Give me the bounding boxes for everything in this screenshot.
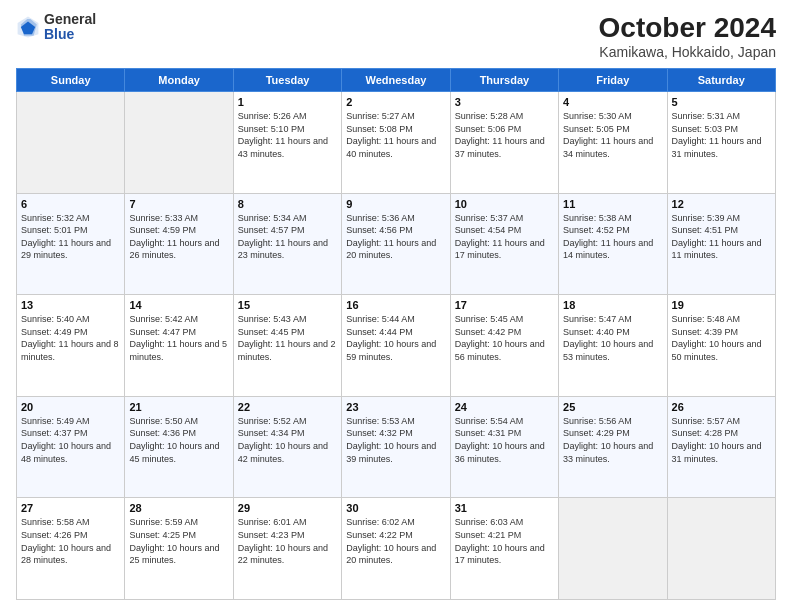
day-info: Sunrise: 5:32 AMSunset: 5:01 PMDaylight:… xyxy=(21,212,120,262)
header: General Blue October 2024 Kamikawa, Hokk… xyxy=(16,12,776,60)
day-number: 30 xyxy=(346,502,445,514)
day-info: Sunrise: 5:34 AMSunset: 4:57 PMDaylight:… xyxy=(238,212,337,262)
day-number: 12 xyxy=(672,198,771,210)
week-row-2: 13Sunrise: 5:40 AMSunset: 4:49 PMDayligh… xyxy=(17,295,776,397)
day-cell: 16Sunrise: 5:44 AMSunset: 4:44 PMDayligh… xyxy=(342,295,450,397)
day-number: 29 xyxy=(238,502,337,514)
day-cell: 2Sunrise: 5:27 AMSunset: 5:08 PMDaylight… xyxy=(342,92,450,194)
day-cell: 24Sunrise: 5:54 AMSunset: 4:31 PMDayligh… xyxy=(450,396,558,498)
day-header-tuesday: Tuesday xyxy=(233,69,341,92)
day-cell: 31Sunrise: 6:03 AMSunset: 4:21 PMDayligh… xyxy=(450,498,558,600)
day-cell: 20Sunrise: 5:49 AMSunset: 4:37 PMDayligh… xyxy=(17,396,125,498)
week-row-1: 6Sunrise: 5:32 AMSunset: 5:01 PMDaylight… xyxy=(17,193,776,295)
day-info: Sunrise: 5:47 AMSunset: 4:40 PMDaylight:… xyxy=(563,313,662,363)
week-row-0: 1Sunrise: 5:26 AMSunset: 5:10 PMDaylight… xyxy=(17,92,776,194)
day-number: 1 xyxy=(238,96,337,108)
day-number: 7 xyxy=(129,198,228,210)
day-cell: 11Sunrise: 5:38 AMSunset: 4:52 PMDayligh… xyxy=(559,193,667,295)
day-number: 24 xyxy=(455,401,554,413)
day-info: Sunrise: 5:31 AMSunset: 5:03 PMDaylight:… xyxy=(672,110,771,160)
day-info: Sunrise: 5:26 AMSunset: 5:10 PMDaylight:… xyxy=(238,110,337,160)
day-info: Sunrise: 5:42 AMSunset: 4:47 PMDaylight:… xyxy=(129,313,228,363)
day-header-thursday: Thursday xyxy=(450,69,558,92)
day-number: 3 xyxy=(455,96,554,108)
day-info: Sunrise: 5:50 AMSunset: 4:36 PMDaylight:… xyxy=(129,415,228,465)
day-info: Sunrise: 5:57 AMSunset: 4:28 PMDaylight:… xyxy=(672,415,771,465)
day-number: 20 xyxy=(21,401,120,413)
day-number: 17 xyxy=(455,299,554,311)
day-info: Sunrise: 5:52 AMSunset: 4:34 PMDaylight:… xyxy=(238,415,337,465)
day-info: Sunrise: 5:56 AMSunset: 4:29 PMDaylight:… xyxy=(563,415,662,465)
day-number: 21 xyxy=(129,401,228,413)
week-row-4: 27Sunrise: 5:58 AMSunset: 4:26 PMDayligh… xyxy=(17,498,776,600)
day-cell: 29Sunrise: 6:01 AMSunset: 4:23 PMDayligh… xyxy=(233,498,341,600)
day-cell: 21Sunrise: 5:50 AMSunset: 4:36 PMDayligh… xyxy=(125,396,233,498)
day-info: Sunrise: 5:54 AMSunset: 4:31 PMDaylight:… xyxy=(455,415,554,465)
day-number: 25 xyxy=(563,401,662,413)
day-info: Sunrise: 6:02 AMSunset: 4:22 PMDaylight:… xyxy=(346,516,445,566)
day-info: Sunrise: 5:44 AMSunset: 4:44 PMDaylight:… xyxy=(346,313,445,363)
day-cell: 27Sunrise: 5:58 AMSunset: 4:26 PMDayligh… xyxy=(17,498,125,600)
day-cell: 18Sunrise: 5:47 AMSunset: 4:40 PMDayligh… xyxy=(559,295,667,397)
logo-blue: Blue xyxy=(44,27,96,42)
day-info: Sunrise: 5:39 AMSunset: 4:51 PMDaylight:… xyxy=(672,212,771,262)
day-number: 19 xyxy=(672,299,771,311)
day-number: 14 xyxy=(129,299,228,311)
day-cell: 10Sunrise: 5:37 AMSunset: 4:54 PMDayligh… xyxy=(450,193,558,295)
week-row-3: 20Sunrise: 5:49 AMSunset: 4:37 PMDayligh… xyxy=(17,396,776,498)
logo: General Blue xyxy=(16,12,96,43)
day-info: Sunrise: 5:37 AMSunset: 4:54 PMDaylight:… xyxy=(455,212,554,262)
day-number: 26 xyxy=(672,401,771,413)
day-info: Sunrise: 5:38 AMSunset: 4:52 PMDaylight:… xyxy=(563,212,662,262)
calendar-title: October 2024 xyxy=(599,12,776,44)
day-info: Sunrise: 5:36 AMSunset: 4:56 PMDaylight:… xyxy=(346,212,445,262)
day-cell: 15Sunrise: 5:43 AMSunset: 4:45 PMDayligh… xyxy=(233,295,341,397)
day-number: 11 xyxy=(563,198,662,210)
logo-text: General Blue xyxy=(44,12,96,43)
day-info: Sunrise: 5:27 AMSunset: 5:08 PMDaylight:… xyxy=(346,110,445,160)
day-cell: 4Sunrise: 5:30 AMSunset: 5:05 PMDaylight… xyxy=(559,92,667,194)
day-cell: 9Sunrise: 5:36 AMSunset: 4:56 PMDaylight… xyxy=(342,193,450,295)
day-info: Sunrise: 5:59 AMSunset: 4:25 PMDaylight:… xyxy=(129,516,228,566)
day-cell: 26Sunrise: 5:57 AMSunset: 4:28 PMDayligh… xyxy=(667,396,775,498)
day-number: 15 xyxy=(238,299,337,311)
day-cell: 17Sunrise: 5:45 AMSunset: 4:42 PMDayligh… xyxy=(450,295,558,397)
day-info: Sunrise: 5:30 AMSunset: 5:05 PMDaylight:… xyxy=(563,110,662,160)
day-number: 22 xyxy=(238,401,337,413)
day-number: 28 xyxy=(129,502,228,514)
day-number: 13 xyxy=(21,299,120,311)
day-cell: 1Sunrise: 5:26 AMSunset: 5:10 PMDaylight… xyxy=(233,92,341,194)
day-info: Sunrise: 5:40 AMSunset: 4:49 PMDaylight:… xyxy=(21,313,120,363)
day-cell: 22Sunrise: 5:52 AMSunset: 4:34 PMDayligh… xyxy=(233,396,341,498)
day-number: 6 xyxy=(21,198,120,210)
day-info: Sunrise: 5:43 AMSunset: 4:45 PMDaylight:… xyxy=(238,313,337,363)
day-cell: 6Sunrise: 5:32 AMSunset: 5:01 PMDaylight… xyxy=(17,193,125,295)
day-cell xyxy=(125,92,233,194)
day-cell: 14Sunrise: 5:42 AMSunset: 4:47 PMDayligh… xyxy=(125,295,233,397)
day-cell: 28Sunrise: 5:59 AMSunset: 4:25 PMDayligh… xyxy=(125,498,233,600)
day-info: Sunrise: 6:01 AMSunset: 4:23 PMDaylight:… xyxy=(238,516,337,566)
day-cell xyxy=(559,498,667,600)
day-cell: 25Sunrise: 5:56 AMSunset: 4:29 PMDayligh… xyxy=(559,396,667,498)
day-header-wednesday: Wednesday xyxy=(342,69,450,92)
day-number: 16 xyxy=(346,299,445,311)
day-cell: 5Sunrise: 5:31 AMSunset: 5:03 PMDaylight… xyxy=(667,92,775,194)
calendar-subtitle: Kamikawa, Hokkaido, Japan xyxy=(599,44,776,60)
header-row: SundayMondayTuesdayWednesdayThursdayFrid… xyxy=(17,69,776,92)
day-info: Sunrise: 5:49 AMSunset: 4:37 PMDaylight:… xyxy=(21,415,120,465)
day-header-monday: Monday xyxy=(125,69,233,92)
day-info: Sunrise: 5:58 AMSunset: 4:26 PMDaylight:… xyxy=(21,516,120,566)
day-info: Sunrise: 5:33 AMSunset: 4:59 PMDaylight:… xyxy=(129,212,228,262)
page: General Blue October 2024 Kamikawa, Hokk… xyxy=(0,0,792,612)
calendar-table: SundayMondayTuesdayWednesdayThursdayFrid… xyxy=(16,68,776,600)
day-number: 27 xyxy=(21,502,120,514)
day-info: Sunrise: 5:53 AMSunset: 4:32 PMDaylight:… xyxy=(346,415,445,465)
day-number: 8 xyxy=(238,198,337,210)
day-info: Sunrise: 5:28 AMSunset: 5:06 PMDaylight:… xyxy=(455,110,554,160)
day-info: Sunrise: 5:45 AMSunset: 4:42 PMDaylight:… xyxy=(455,313,554,363)
day-info: Sunrise: 5:48 AMSunset: 4:39 PMDaylight:… xyxy=(672,313,771,363)
day-cell: 8Sunrise: 5:34 AMSunset: 4:57 PMDaylight… xyxy=(233,193,341,295)
day-cell: 30Sunrise: 6:02 AMSunset: 4:22 PMDayligh… xyxy=(342,498,450,600)
day-number: 5 xyxy=(672,96,771,108)
day-cell: 23Sunrise: 5:53 AMSunset: 4:32 PMDayligh… xyxy=(342,396,450,498)
